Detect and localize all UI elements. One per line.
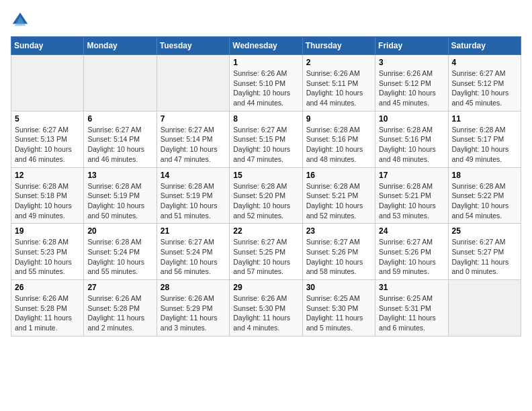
calendar-header: SundayMondayTuesdayWednesdayThursdayFrid… [11,37,521,55]
day-number: 8 [233,114,298,124]
calendar-day-cell: 23Sunrise: 6:27 AM Sunset: 5:26 PM Dayli… [302,224,375,280]
weekday-header: Sunday [11,37,84,55]
calendar-day-cell: 21Sunrise: 6:27 AM Sunset: 5:24 PM Dayli… [157,224,229,280]
calendar-day-cell [84,55,157,111]
day-info: Sunrise: 6:28 AM Sunset: 5:17 PM Dayligh… [452,125,517,165]
day-number: 19 [15,226,80,236]
weekday-header: Monday [84,37,157,55]
day-number: 27 [87,283,152,292]
day-info: Sunrise: 6:27 AM Sunset: 5:14 PM Dayligh… [87,125,152,165]
day-info: Sunrise: 6:26 AM Sunset: 5:28 PM Dayligh… [87,293,152,333]
calendar-day-cell: 2Sunrise: 6:26 AM Sunset: 5:11 PM Daylig… [302,55,375,111]
day-number: 12 [15,171,80,180]
calendar-day-cell: 19Sunrise: 6:28 AM Sunset: 5:23 PM Dayli… [11,224,84,280]
calendar-day-cell: 28Sunrise: 6:26 AM Sunset: 5:29 PM Dayli… [157,280,229,336]
day-info: Sunrise: 6:27 AM Sunset: 5:12 PM Dayligh… [452,68,517,108]
day-number: 30 [306,283,371,292]
calendar-day-cell: 5Sunrise: 6:27 AM Sunset: 5:13 PM Daylig… [11,111,84,167]
day-info: Sunrise: 6:28 AM Sunset: 5:19 PM Dayligh… [87,181,152,221]
calendar-day-cell: 30Sunrise: 6:25 AM Sunset: 5:30 PM Dayli… [302,280,375,336]
day-info: Sunrise: 6:28 AM Sunset: 5:18 PM Dayligh… [15,181,80,221]
calendar-day-cell: 25Sunrise: 6:27 AM Sunset: 5:27 PM Dayli… [448,224,521,280]
day-number: 4 [452,58,517,67]
day-info: Sunrise: 6:25 AM Sunset: 5:31 PM Dayligh… [379,293,444,333]
day-info: Sunrise: 6:26 AM Sunset: 5:11 PM Dayligh… [306,68,371,108]
day-info: Sunrise: 6:28 AM Sunset: 5:22 PM Dayligh… [452,181,517,221]
logo [11,11,32,30]
day-number: 6 [87,114,152,124]
calendar-day-cell: 20Sunrise: 6:28 AM Sunset: 5:24 PM Dayli… [84,224,157,280]
day-number: 20 [87,226,152,236]
day-info: Sunrise: 6:27 AM Sunset: 5:15 PM Dayligh… [233,125,298,165]
calendar-day-cell: 18Sunrise: 6:28 AM Sunset: 5:22 PM Dayli… [448,167,521,224]
calendar-day-cell: 1Sunrise: 6:26 AM Sunset: 5:10 PM Daylig… [230,55,302,111]
day-info: Sunrise: 6:26 AM Sunset: 5:12 PM Dayligh… [379,68,444,108]
day-info: Sunrise: 6:28 AM Sunset: 5:16 PM Dayligh… [306,125,371,165]
day-info: Sunrise: 6:26 AM Sunset: 5:30 PM Dayligh… [233,293,298,333]
page-header [11,11,521,30]
day-info: Sunrise: 6:27 AM Sunset: 5:13 PM Dayligh… [15,125,80,165]
calendar-day-cell: 13Sunrise: 6:28 AM Sunset: 5:19 PM Dayli… [84,167,157,224]
day-number: 29 [233,283,298,292]
day-info: Sunrise: 6:27 AM Sunset: 5:26 PM Dayligh… [379,237,444,277]
calendar-day-cell [11,55,84,111]
day-number: 16 [306,171,371,180]
day-number: 7 [161,114,226,124]
calendar-week-row: 12Sunrise: 6:28 AM Sunset: 5:18 PM Dayli… [11,167,521,224]
day-info: Sunrise: 6:27 AM Sunset: 5:25 PM Dayligh… [233,237,298,277]
day-number: 21 [161,226,226,236]
weekday-header: Saturday [448,37,521,55]
calendar-day-cell: 31Sunrise: 6:25 AM Sunset: 5:31 PM Dayli… [375,280,448,336]
calendar-day-cell: 12Sunrise: 6:28 AM Sunset: 5:18 PM Dayli… [11,167,84,224]
day-info: Sunrise: 6:27 AM Sunset: 5:14 PM Dayligh… [161,125,226,165]
calendar-day-cell: 3Sunrise: 6:26 AM Sunset: 5:12 PM Daylig… [375,55,448,111]
day-number: 28 [161,283,226,292]
weekday-header: Tuesday [157,37,229,55]
day-number: 15 [233,171,298,180]
day-info: Sunrise: 6:28 AM Sunset: 5:24 PM Dayligh… [87,237,152,277]
day-number: 10 [379,114,444,124]
calendar-day-cell: 11Sunrise: 6:28 AM Sunset: 5:17 PM Dayli… [448,111,521,167]
calendar-day-cell: 29Sunrise: 6:26 AM Sunset: 5:30 PM Dayli… [230,280,302,336]
day-info: Sunrise: 6:28 AM Sunset: 5:21 PM Dayligh… [379,181,444,221]
calendar-day-cell: 22Sunrise: 6:27 AM Sunset: 5:25 PM Dayli… [230,224,302,280]
day-number: 5 [15,114,80,124]
day-info: Sunrise: 6:26 AM Sunset: 5:28 PM Dayligh… [15,293,80,333]
day-number: 11 [452,114,517,124]
day-number: 25 [452,226,517,236]
calendar-day-cell: 6Sunrise: 6:27 AM Sunset: 5:14 PM Daylig… [84,111,157,167]
day-number: 9 [306,114,371,124]
weekday-header: Friday [375,37,448,55]
weekday-header: Wednesday [230,37,302,55]
calendar-week-row: 5Sunrise: 6:27 AM Sunset: 5:13 PM Daylig… [11,111,521,167]
day-info: Sunrise: 6:28 AM Sunset: 5:20 PM Dayligh… [233,181,298,221]
day-number: 24 [379,226,444,236]
calendar-day-cell: 9Sunrise: 6:28 AM Sunset: 5:16 PM Daylig… [302,111,375,167]
calendar-body: 1Sunrise: 6:26 AM Sunset: 5:10 PM Daylig… [11,55,521,336]
day-info: Sunrise: 6:25 AM Sunset: 5:30 PM Dayligh… [306,293,371,333]
calendar-day-cell: 15Sunrise: 6:28 AM Sunset: 5:20 PM Dayli… [230,167,302,224]
calendar-day-cell: 10Sunrise: 6:28 AM Sunset: 5:16 PM Dayli… [375,111,448,167]
calendar-day-cell: 8Sunrise: 6:27 AM Sunset: 5:15 PM Daylig… [230,111,302,167]
day-info: Sunrise: 6:26 AM Sunset: 5:10 PM Dayligh… [233,68,298,108]
day-info: Sunrise: 6:28 AM Sunset: 5:23 PM Dayligh… [15,237,80,277]
day-info: Sunrise: 6:26 AM Sunset: 5:29 PM Dayligh… [161,293,226,333]
weekday-header-row: SundayMondayTuesdayWednesdayThursdayFrid… [11,37,521,55]
calendar-day-cell: 4Sunrise: 6:27 AM Sunset: 5:12 PM Daylig… [448,55,521,111]
day-number: 2 [306,58,371,67]
calendar-table: SundayMondayTuesdayWednesdayThursdayFrid… [11,36,521,336]
calendar-day-cell [157,55,229,111]
calendar-day-cell: 26Sunrise: 6:26 AM Sunset: 5:28 PM Dayli… [11,280,84,336]
day-number: 13 [87,171,152,180]
weekday-header: Thursday [302,37,375,55]
day-number: 14 [161,171,226,180]
day-info: Sunrise: 6:28 AM Sunset: 5:19 PM Dayligh… [161,181,226,221]
calendar-week-row: 1Sunrise: 6:26 AM Sunset: 5:10 PM Daylig… [11,55,521,111]
day-info: Sunrise: 6:28 AM Sunset: 5:21 PM Dayligh… [306,181,371,221]
calendar-day-cell: 16Sunrise: 6:28 AM Sunset: 5:21 PM Dayli… [302,167,375,224]
logo-icon [11,11,30,30]
calendar-week-row: 26Sunrise: 6:26 AM Sunset: 5:28 PM Dayli… [11,280,521,336]
day-info: Sunrise: 6:28 AM Sunset: 5:16 PM Dayligh… [379,125,444,165]
day-number: 22 [233,226,298,236]
calendar-day-cell: 27Sunrise: 6:26 AM Sunset: 5:28 PM Dayli… [84,280,157,336]
